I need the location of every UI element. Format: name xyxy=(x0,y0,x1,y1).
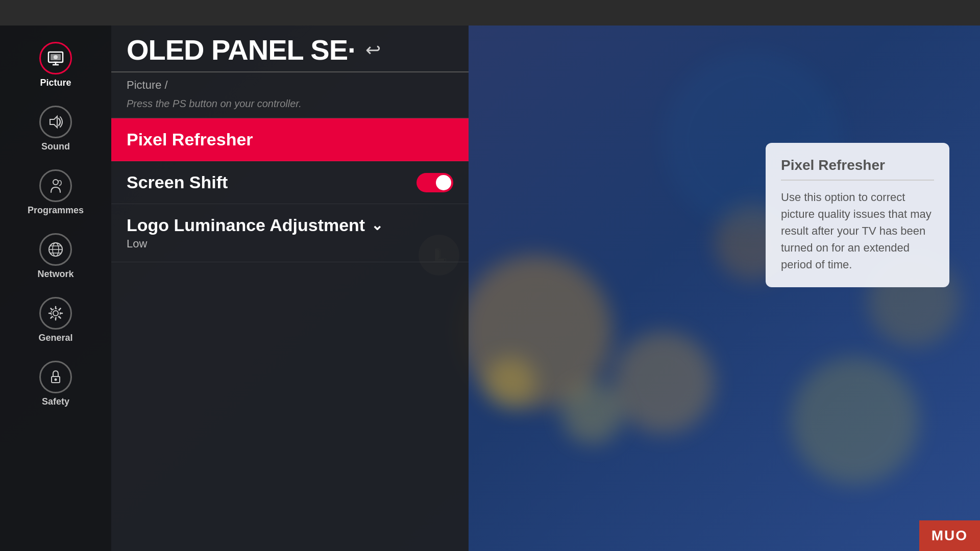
picture-icon xyxy=(39,42,72,74)
sidebar: Picture Sound Programmes xyxy=(0,26,111,551)
menu-item-screen-shift[interactable]: Screen Shift xyxy=(111,161,469,204)
sidebar-label-safety: Safety xyxy=(42,396,69,407)
sidebar-label-sound: Sound xyxy=(41,141,70,152)
svg-point-7 xyxy=(53,180,58,185)
network-icon xyxy=(39,233,72,266)
svg-point-16 xyxy=(55,379,57,381)
sidebar-item-picture[interactable]: Picture xyxy=(10,36,102,94)
safety-icon xyxy=(39,361,72,393)
info-card-body: Use this option to correct picture quali… xyxy=(781,189,934,273)
programmes-icon xyxy=(39,169,72,202)
menu-item-pixel-refresher[interactable]: Pixel Refresher xyxy=(111,118,469,161)
sidebar-label-picture: Picture xyxy=(40,78,71,88)
menu-item-logo-luminance[interactable]: Logo Luminance Adjustment ⌄ Low xyxy=(111,204,469,262)
sidebar-label-network: Network xyxy=(37,269,74,280)
screen-shift-toggle[interactable] xyxy=(416,173,453,192)
sidebar-item-safety[interactable]: Safety xyxy=(10,355,102,413)
sidebar-label-general: General xyxy=(38,333,72,343)
screen-shift-label: Screen Shift xyxy=(127,172,228,192)
info-card: Pixel Refresher Use this option to corre… xyxy=(766,143,949,287)
back-button[interactable]: ↩ xyxy=(365,39,381,61)
muo-badge: MUO xyxy=(919,520,980,551)
breadcrumb: Picture / xyxy=(111,72,469,96)
svg-point-5 xyxy=(54,55,58,59)
top-bar xyxy=(0,0,980,26)
sidebar-label-programmes: Programmes xyxy=(28,205,84,216)
chevron-down-icon: ⌄ xyxy=(371,217,383,234)
general-icon xyxy=(39,297,72,330)
sidebar-item-programmes[interactable]: Programmes xyxy=(10,163,102,222)
toggle-knob xyxy=(436,175,451,190)
sidebar-item-network[interactable]: Network xyxy=(10,227,102,286)
pixel-refresher-label: Pixel Refresher xyxy=(127,130,253,149)
sound-icon xyxy=(39,106,72,138)
main-panel: OLED PANEL SE· ↩ Picture / Press the PS … xyxy=(111,26,469,551)
panel-header: OLED PANEL SE· ↩ xyxy=(111,26,469,72)
svg-point-13 xyxy=(53,311,58,316)
sidebar-item-sound[interactable]: Sound xyxy=(10,99,102,158)
press-hint: Press the PS button on your controller. xyxy=(111,96,469,118)
info-card-title: Pixel Refresher xyxy=(781,157,934,181)
panel-title: OLED PANEL SE· xyxy=(127,36,355,64)
logo-luminance-label: Logo Luminance Adjustment ⌄ xyxy=(127,215,383,235)
logo-luminance-value: Low xyxy=(127,237,453,251)
svg-marker-6 xyxy=(50,116,57,128)
sidebar-item-general[interactable]: General xyxy=(10,291,102,349)
